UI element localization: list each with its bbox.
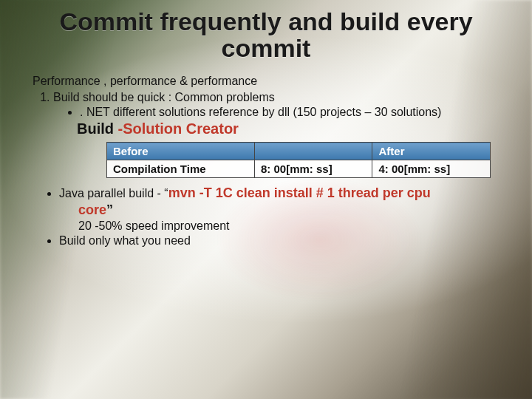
core-line: core” [78, 202, 499, 218]
subtitle: Performance , performance & performance [33, 75, 499, 88]
col-after: After [372, 143, 491, 160]
col-blank [255, 143, 372, 160]
inner-bullets-1: . NET different solutions reference by d… [53, 106, 499, 119]
list-item-build-quick: Build should be quick : Common problems … [53, 91, 499, 119]
cell-after: 4: 00[mm: ss] [372, 160, 491, 178]
cell-before: 8: 00[mm: ss] [255, 160, 372, 178]
slide-content: Commit frequently and build every commit… [0, 0, 532, 248]
bullet-build-only: Build only what you need [59, 234, 499, 248]
comparison-table: Before After Compilation Time 8: 00[mm: … [106, 142, 491, 178]
inner-bullets-3: Build only what you need [33, 234, 499, 248]
col-before: Before [107, 143, 255, 160]
core-close-quote: ” [106, 202, 113, 217]
solution-red: -Solution Creator [118, 120, 239, 137]
table-row: Compilation Time 8: 00[mm: ss] 4: 00[mm:… [107, 160, 491, 178]
inner-bullets-2: Java parallel build - “mvn -T 1C clean i… [33, 185, 499, 201]
parallel-command: mvn -T 1C clean install # 1 thread per c… [168, 185, 431, 200]
solution-creator-line: Build -Solution Creator [77, 120, 499, 137]
bullet-net: . NET different solutions reference by d… [80, 106, 499, 119]
solution-prefix: Build [77, 120, 118, 137]
improvement-line: 20 -50% speed improvement [78, 219, 499, 233]
core-red: core [78, 202, 106, 217]
table-header-row: Before After [107, 143, 491, 160]
bullet-java-parallel: Java parallel build - “mvn -T 1C clean i… [59, 185, 499, 201]
main-ordered-list: Build should be quick : Common problems … [33, 91, 499, 119]
slide-title: Commit frequently and build every commit [52, 9, 480, 61]
cell-label: Compilation Time [107, 160, 255, 178]
parallel-prefix: Java parallel build - “ [59, 187, 168, 200]
list-item-text: Build should be quick : Common problems [53, 91, 275, 103]
post-table-block: Java parallel build - “mvn -T 1C clean i… [33, 185, 499, 248]
